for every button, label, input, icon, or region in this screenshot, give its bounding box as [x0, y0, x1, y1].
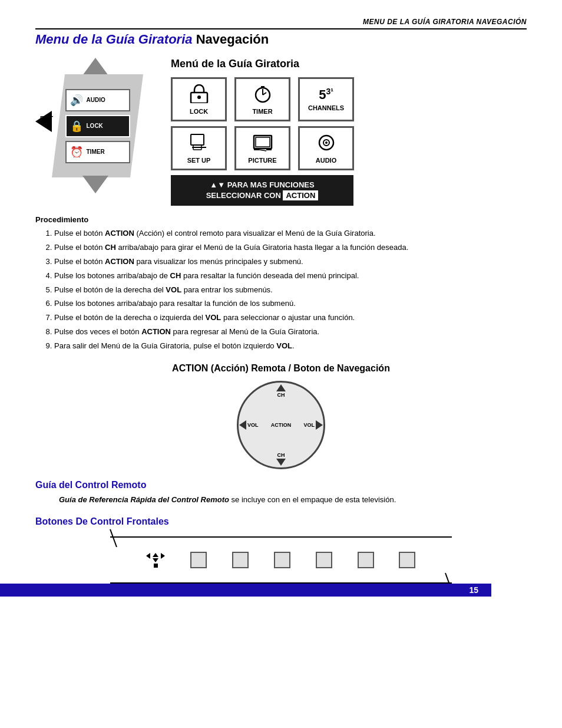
panel-square-dot — [154, 564, 158, 568]
audio-icon: 🔊 — [70, 94, 83, 107]
panel-inner — [110, 538, 452, 582]
channels-icon-graphic: 53¹ — [319, 87, 333, 101]
page-number: 15 — [0, 584, 491, 597]
panel-arrow-right — [161, 553, 165, 559]
menu-right: Menú de la Guía Giratoria LOCK — [171, 58, 527, 206]
procedimiento-section: Procedimiento Pulse el botón ACTION (Acc… — [35, 215, 527, 352]
vol-right-label: VOL — [303, 422, 315, 428]
list-item: Pulse el botón ACTION (Acción) el contro… — [54, 228, 527, 240]
procedimiento-list: Pulse el botón ACTION (Acción) el contro… — [35, 228, 527, 352]
menu-grid-row2: SET UP PICTURE — [171, 126, 527, 170]
spinning-item-audio: 🔊 AUDIO — [65, 89, 130, 111]
exit-label: EXIT — [40, 116, 53, 122]
guia-heading: Guía del Control Remoto — [35, 480, 527, 490]
ch-up-arrow — [276, 384, 286, 391]
panel-button-6 — [399, 552, 415, 568]
breadcrumb: MENU DE LA GUÍA GIRATORIA NAVEGACIÓN — [35, 18, 527, 26]
arrow-top-icon — [82, 58, 108, 75]
list-item: Para salir del Menú de la Guía Giratoria… — [54, 340, 527, 353]
vol-left-area: VOL — [239, 420, 259, 430]
panel-button-2 — [232, 552, 249, 568]
panel-arrow-left — [146, 553, 150, 559]
vol-right-arrow — [316, 420, 323, 430]
vol-right-area: VOL — [303, 420, 323, 430]
panel-button-3 — [274, 552, 290, 568]
front-panel — [110, 536, 452, 584]
menu-icon-picture: PICTURE — [234, 126, 290, 170]
list-item: Pulse el botón ACTION para visualizar lo… — [54, 256, 527, 268]
list-item: Pulse el botón CH arriba/abajo para gira… — [54, 242, 527, 254]
ch-up-label: CH — [276, 392, 286, 398]
audio-icon-graphic — [316, 133, 337, 154]
panel-button-4 — [316, 552, 332, 568]
svg-point-16 — [325, 141, 328, 144]
spinning-diagram: EXIT 🔊 AUDIO 🔒 LOCK ⏰ TIMER — [35, 58, 159, 199]
spinning-item-timer: ⏰ TIMER — [65, 141, 130, 163]
botones-section: Botones De Control Frontales — [35, 516, 527, 584]
menu-icon-audio: AUDIO — [298, 126, 354, 170]
list-item: Pulse el botón de la derecha o izquierda… — [54, 312, 527, 324]
action-word: ACTION — [283, 190, 318, 200]
list-item: Pulse el botón de la derecha del VOL par… — [54, 284, 527, 297]
nav-circle: CH CH VOL VOL ACTION — [237, 381, 325, 469]
panel-button-5 — [358, 552, 374, 568]
timer-icon-graphic — [252, 84, 273, 106]
botones-heading: Botones De Control Frontales — [35, 516, 527, 527]
ch-down-label: CH — [276, 452, 286, 458]
setup-icon-graphic — [189, 133, 210, 154]
panel-arrows — [146, 553, 165, 568]
list-item: Pulse los botones arriba/abajo para resa… — [54, 298, 527, 310]
picture-icon-graphic — [252, 133, 273, 154]
action-nav-title: ACTION (Acción) Remota / Boton de Navega… — [35, 363, 527, 374]
action-bar: ▲▼ PARA MAS FUNCIONES SELECCIONAR CON AC… — [171, 175, 353, 206]
panel-arrow-down — [153, 558, 158, 562]
list-item: Pulse los botones arriba/abajo de CH par… — [54, 270, 527, 282]
action-center-label: ACTION — [271, 422, 292, 428]
guia-body: Guía de Referencia Rápida del Control Re… — [35, 494, 527, 506]
procedimiento-heading: Procedimiento — [35, 215, 527, 224]
svg-rect-10 — [256, 137, 270, 147]
vol-left-label: VOL — [247, 422, 259, 428]
menu-icon-lock: LOCK — [171, 77, 227, 121]
svg-point-1 — [197, 95, 201, 99]
guia-section: Guía del Control Remoto Guía de Referenc… — [35, 480, 527, 506]
timer-icon: ⏰ — [70, 146, 83, 159]
action-nav-section: ACTION (Acción) Remota / Boton de Navega… — [35, 363, 527, 469]
menu-icon-channels: 53¹ CHANNELS — [298, 77, 354, 121]
list-item: Pulse dos veces el botón ACTION para reg… — [54, 326, 527, 338]
menu-grid-row1: LOCK TIMER 53¹ CHANNELS — [171, 77, 527, 121]
menu-icon-timer: TIMER — [234, 77, 290, 121]
menu-icon-setup: SET UP — [171, 126, 227, 170]
ch-down-area: CH — [276, 452, 286, 466]
svg-line-13 — [259, 150, 266, 151]
panel-button-1 — [190, 552, 207, 568]
lock-icon-graphic — [189, 84, 210, 106]
lock-icon: 🔒 — [70, 120, 83, 133]
page-title: Menu de la Guía Giratoria Navegación — [35, 32, 527, 47]
spinning-body: 🔊 AUDIO 🔒 LOCK ⏰ TIMER — [52, 74, 143, 177]
arrow-bottom-icon — [82, 176, 108, 193]
spinning-item-lock: 🔒 LOCK — [65, 115, 130, 137]
ch-down-arrow — [276, 459, 286, 466]
menu-right-title: Menú de la Guía Giratoria — [171, 58, 527, 70]
svg-rect-6 — [191, 134, 204, 145]
vol-left-arrow — [239, 420, 246, 430]
panel-arrow-up — [153, 553, 158, 557]
ch-up-area: CH — [276, 384, 286, 398]
